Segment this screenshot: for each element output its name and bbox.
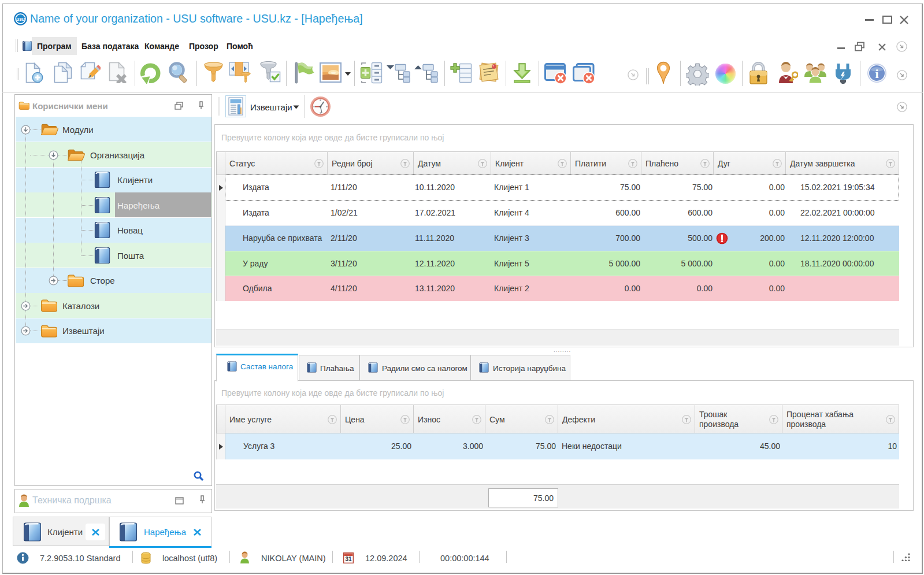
svg-text:usu: usu bbox=[16, 16, 25, 22]
svg-text:31: 31 bbox=[345, 556, 352, 562]
svg-text:i: i bbox=[875, 66, 878, 81]
